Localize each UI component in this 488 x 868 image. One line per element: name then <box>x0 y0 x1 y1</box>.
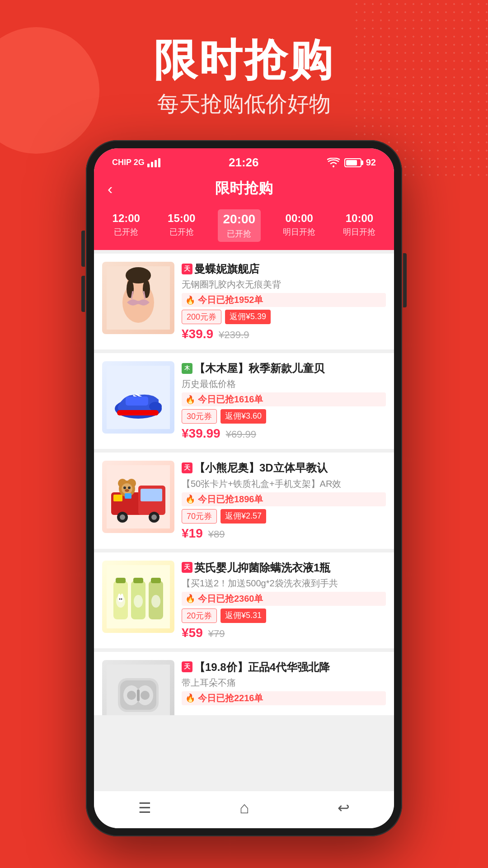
status-time: 21:26 <box>229 156 259 170</box>
flash-icon-1: 🔥 <box>185 295 195 305</box>
price-row-4: ¥59 ¥79 <box>182 626 386 640</box>
shop-icon-2: 木 <box>182 363 192 374</box>
svg-rect-21 <box>141 489 162 501</box>
time-label-3: 明日开抢 <box>283 226 315 237</box>
product-illustration-1 <box>107 266 170 330</box>
svg-point-20 <box>151 514 157 520</box>
svg-point-52 <box>141 691 150 700</box>
cashback-tag-4: 返佣¥5.31 <box>221 609 266 623</box>
battery-percent: 92 <box>366 157 376 168</box>
price-current-3: ¥19 <box>182 526 203 541</box>
svg-point-28 <box>125 489 129 492</box>
wifi-icon <box>327 158 340 168</box>
product-card-1[interactable]: 天 曼蝶妮旗舰店 无钢圈乳胶内衣无痕美背 🔥 今日已抢1952单 200元券 返… <box>94 254 394 349</box>
product-desc-2: 历史最低价格 <box>182 378 386 390</box>
price-original-1: ¥239.9 <box>219 329 249 341</box>
svg-point-45 <box>121 598 122 599</box>
product-list: 天 曼蝶妮旗舰店 无钢圈乳胶内衣无痕美背 🔥 今日已抢1952单 200元券 返… <box>94 250 394 791</box>
coupon-row-3: 70元券 返佣¥2.57 <box>182 509 386 524</box>
svg-rect-12 <box>117 410 159 415</box>
svg-rect-35 <box>116 578 126 583</box>
time-tab-3[interactable]: 00:00 明日开抢 <box>277 209 321 242</box>
coupon-row-2: 30元券 返佣¥3.60 <box>182 409 386 424</box>
signal-icon <box>147 158 160 167</box>
shop-badge-4: 天 英氏婴儿抑菌除螨洗衣液1瓶 <box>182 561 386 575</box>
time-tab-4[interactable]: 10:00 明日开抢 <box>338 209 381 242</box>
product-name-1: 曼蝶妮旗舰店 <box>194 262 259 276</box>
flash-text-4: 今日已抢2360单 <box>198 593 263 605</box>
price-original-4: ¥79 <box>208 628 225 640</box>
svg-point-50 <box>127 691 136 700</box>
product-illustration-3 <box>107 465 170 528</box>
time-tab-2[interactable]: 20:00 已开抢 <box>218 209 261 242</box>
svg-rect-37 <box>151 578 161 583</box>
time-val-0: 12:00 <box>113 212 140 225</box>
flash-badge-5: 🔥 今日已抢2216单 <box>182 691 386 705</box>
time-label-4: 明日开抢 <box>343 226 375 237</box>
flash-text-5: 今日已抢2216单 <box>198 692 263 704</box>
status-left: CHIP 2G <box>112 158 160 167</box>
product-desc-4: 【买1送2！加送500g*2袋洗衣液到手共 <box>182 577 386 589</box>
coupon-tag-3: 70元券 <box>182 509 217 524</box>
flash-badge-4: 🔥 今日已抢2360单 <box>182 592 386 606</box>
coupon-row-1: 200元券 返佣¥5.39 <box>182 310 386 324</box>
coupon-tag-1: 200元券 <box>182 310 221 324</box>
main-title: 限时抢购 <box>0 36 488 84</box>
product-image-2 <box>102 361 174 434</box>
product-card-2[interactable]: 木 【木木屋】秋季新款儿童贝 历史最低价格 🔥 今日已抢1616单 30元券 返… <box>94 353 394 449</box>
tmall-icon-5: 天 <box>182 661 192 672</box>
svg-point-11 <box>149 402 162 411</box>
product-card-5[interactable]: 天 【19.8价】正品4代华强北降 带上耳朵不痛 🔥 今日已抢2216单 <box>94 652 394 715</box>
time-label-0: 已开抢 <box>114 226 138 237</box>
flash-badge-1: 🔥 今日已抢1952单 <box>182 293 386 307</box>
price-row-2: ¥39.99 ¥69.99 <box>182 426 386 441</box>
product-info-5: 天 【19.8价】正品4代华强北降 带上耳朵不痛 🔥 今日已抢2216单 <box>182 660 386 707</box>
nav-menu-icon[interactable]: ☰ <box>138 799 151 816</box>
nav-home-icon[interactable]: ⌂ <box>239 798 249 817</box>
cashback-tag-2: 返佣¥3.60 <box>221 409 266 424</box>
product-image-1 <box>102 262 174 334</box>
product-desc-3: 【50张卡片+铁质礼盒+手机支架】AR效 <box>182 478 386 490</box>
sub-title: 每天抢购低价好物 <box>0 90 488 118</box>
coupon-tag-2: 30元券 <box>182 409 217 424</box>
flash-icon-4: 🔥 <box>185 594 195 604</box>
flash-badge-3: 🔥 今日已抢1896单 <box>182 492 386 506</box>
price-current-1: ¥39.9 <box>182 327 213 341</box>
svg-point-44 <box>119 598 121 599</box>
price-current-4: ¥59 <box>182 626 203 640</box>
product-name-4: 英氏婴儿抑菌除螨洗衣液1瓶 <box>194 561 330 575</box>
product-info-3: 天 【小熊尼奥】3D立体早教认 【50张卡片+铁质礼盒+手机支架】AR效 🔥 今… <box>182 461 386 540</box>
flash-text-3: 今日已抢1896单 <box>198 493 263 505</box>
svg-point-26 <box>123 486 126 489</box>
svg-rect-53 <box>137 689 140 701</box>
shop-badge-2: 木 【木木屋】秋季新款儿童贝 <box>182 361 386 375</box>
coupon-tag-4: 20元券 <box>182 609 217 623</box>
svg-point-27 <box>128 486 131 489</box>
svg-rect-13 <box>126 396 148 406</box>
svg-point-18 <box>120 514 125 520</box>
shop-badge-5: 天 【19.8价】正品4代华强北降 <box>182 660 386 674</box>
time-val-4: 10:00 <box>346 212 373 225</box>
time-tab-0[interactable]: 12:00 已开抢 <box>107 209 145 242</box>
product-card-4[interactable]: 天 英氏婴儿抑菌除螨洗衣液1瓶 【买1送2！加送500g*2袋洗衣液到手共 🔥 … <box>94 552 394 648</box>
bottom-nav: ☰ ⌂ ↩ <box>94 791 394 828</box>
coupon-row-4: 20元券 返佣¥5.31 <box>182 609 386 623</box>
nav-back-icon[interactable]: ↩ <box>338 799 350 816</box>
tmall-icon-3: 天 <box>182 462 192 473</box>
back-button[interactable]: ‹ <box>108 180 130 198</box>
time-tab-1[interactable]: 15:00 已开抢 <box>162 209 201 242</box>
product-illustration-4 <box>107 565 170 628</box>
product-card-3[interactable]: 天 【小熊尼奥】3D立体早教认 【50张卡片+铁质礼盒+手机支架】AR效 🔥 今… <box>94 453 394 548</box>
product-desc-1: 无钢圈乳胶内衣无痕美背 <box>182 278 386 290</box>
shop-badge-3: 天 【小熊尼奥】3D立体早教认 <box>182 461 386 475</box>
svg-rect-29 <box>113 495 122 501</box>
status-bar: CHIP 2G 21:26 <box>94 148 394 174</box>
phone-frame: CHIP 2G 21:26 <box>86 140 402 836</box>
flash-badge-2: 🔥 今日已抢1616单 <box>182 392 386 406</box>
product-name-5: 【19.8价】正品4代华强北降 <box>194 660 330 674</box>
time-val-2: 20:00 <box>223 212 256 226</box>
tmall-icon-4: 天 <box>182 562 192 573</box>
time-label-1: 已开抢 <box>169 226 194 237</box>
flash-text-2: 今日已抢1616单 <box>198 393 263 406</box>
network-label: CHIP 2G <box>112 158 145 167</box>
